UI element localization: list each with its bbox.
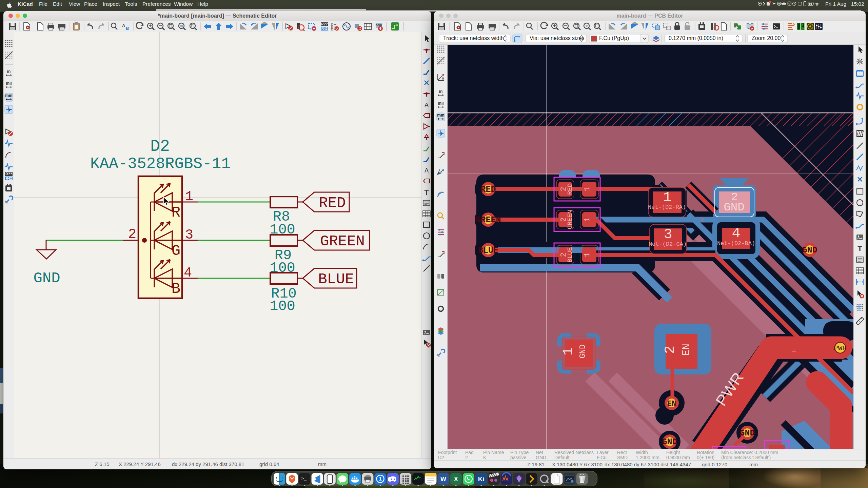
- svg-text:KAA-3528RGBS-11: KAA-3528RGBS-11: [90, 155, 231, 173]
- svg-text:Zoom 20.00: Zoom 20.00: [752, 35, 781, 41]
- svg-text:>_: >_: [301, 476, 307, 481]
- svg-text:1: 1: [561, 347, 576, 355]
- svg-text:GND: GND: [724, 201, 744, 214]
- svg-text:mm: mm: [5, 93, 12, 98]
- svg-text:BLUE: BLUE: [566, 247, 574, 263]
- svg-text:100: 100: [270, 222, 295, 238]
- svg-text:GND: GND: [802, 245, 817, 255]
- svg-text:W: W: [440, 476, 446, 483]
- svg-text:F.Cu (PgUp): F.Cu (PgUp): [599, 35, 629, 41]
- svg-text:A: A: [425, 167, 429, 174]
- svg-text:EN: EN: [667, 400, 676, 408]
- svg-text:GREEN: GREEN: [320, 233, 365, 250]
- svg-text:1: 1: [583, 187, 592, 191]
- svg-text:1: 1: [379, 476, 381, 482]
- svg-text:Net-(D2-GA): Net-(D2-GA): [649, 241, 687, 247]
- svg-text:R42: R42: [321, 27, 328, 30]
- svg-text:T: T: [857, 244, 862, 253]
- svg-text:RED: RED: [319, 195, 346, 211]
- svg-text:in: in: [439, 89, 443, 94]
- svg-text:1: 1: [583, 252, 592, 257]
- svg-text:θ: θ: [442, 77, 444, 80]
- svg-text:R42: R42: [6, 177, 12, 180]
- svg-text:T: T: [424, 188, 429, 197]
- svg-text:mil: mil: [6, 81, 12, 86]
- svg-text:Via: use netclass sizes: Via: use netclass sizes: [530, 35, 585, 41]
- svg-text:mil: mil: [438, 101, 443, 106]
- svg-text:4: 4: [732, 225, 740, 242]
- svg-text:2: 2: [128, 227, 136, 242]
- svg-text:PWR: PWR: [834, 344, 847, 352]
- svg-text:D2: D2: [150, 137, 170, 156]
- svg-text:B: B: [172, 280, 180, 297]
- svg-text:BLUE: BLUE: [318, 271, 354, 288]
- svg-text:GREEN: GREEN: [566, 210, 574, 229]
- svg-text:Net-(D2-RA): Net-(D2-RA): [648, 204, 686, 210]
- svg-text:GND: GND: [33, 270, 60, 287]
- svg-text:A: A: [122, 23, 125, 28]
- svg-text:R: R: [172, 204, 180, 221]
- svg-text:RED: RED: [480, 185, 496, 195]
- svg-text:Net-(D2-BA): Net-(D2-BA): [717, 240, 755, 247]
- svg-text:A: A: [425, 102, 429, 108]
- svg-text:mm: mm: [437, 113, 444, 118]
- svg-text:G: G: [172, 242, 180, 259]
- svg-text:EN: EN: [680, 344, 692, 356]
- svg-text:Track: use netclass width: Track: use netclass width: [443, 35, 504, 41]
- svg-text:2: 2: [663, 346, 678, 354]
- svg-text:B: B: [802, 26, 804, 29]
- svg-text:GND: GND: [578, 344, 587, 358]
- svg-text:100: 100: [270, 298, 295, 314]
- svg-text:RED: RED: [566, 183, 574, 195]
- svg-text:GREEN: GREEN: [475, 215, 501, 225]
- svg-text:1: 1: [663, 189, 671, 206]
- svg-text:X: X: [454, 476, 458, 483]
- svg-text:B: B: [126, 26, 129, 31]
- svg-text:R??: R??: [321, 22, 328, 26]
- svg-text:GND: GND: [739, 428, 755, 438]
- svg-text:3: 3: [664, 226, 672, 243]
- svg-text:4: 4: [184, 265, 192, 281]
- svg-text:Ki: Ki: [478, 475, 485, 483]
- svg-text:1: 1: [185, 189, 193, 204]
- svg-text:R??: R??: [5, 172, 12, 176]
- svg-text:GND: GND: [662, 437, 677, 447]
- svg-text:BLUE: BLUE: [478, 246, 498, 256]
- svg-text:3: 3: [185, 227, 193, 243]
- svg-text:100: 100: [270, 260, 295, 276]
- svg-text:in: in: [7, 69, 11, 74]
- svg-text:1: 1: [583, 217, 592, 222]
- svg-text:0.1270 mm (0.0050 in): 0.1270 mm (0.0050 in): [669, 35, 723, 41]
- svg-text:F: F: [802, 23, 804, 26]
